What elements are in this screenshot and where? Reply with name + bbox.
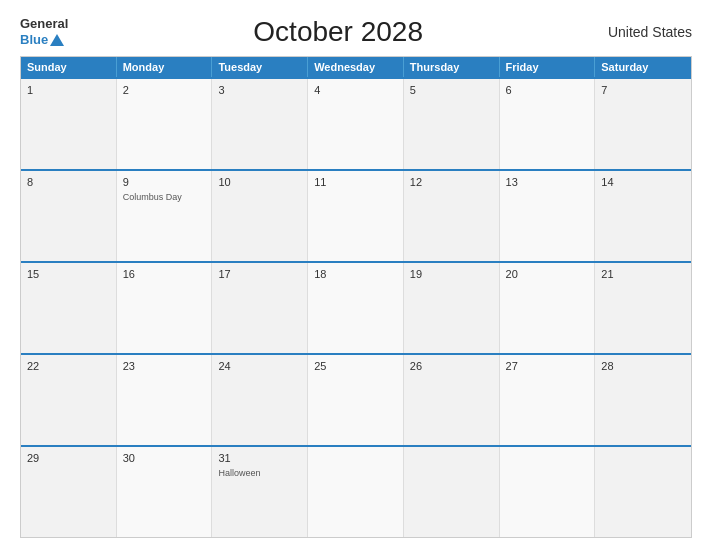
- cal-cell: [500, 447, 596, 537]
- logo-general-text: General: [20, 16, 68, 32]
- cal-cell: 17: [212, 263, 308, 353]
- day-number: 7: [601, 83, 685, 98]
- event-label: Columbus Day: [123, 192, 206, 204]
- cal-cell: 14: [595, 171, 691, 261]
- cal-cell: 26: [404, 355, 500, 445]
- day-number: 1: [27, 83, 110, 98]
- day-number: 9: [123, 175, 206, 190]
- day-header-tuesday: Tuesday: [212, 57, 308, 77]
- week-row-1: 1234567: [21, 77, 691, 169]
- cal-cell: 27: [500, 355, 596, 445]
- day-header-friday: Friday: [500, 57, 596, 77]
- day-number: 8: [27, 175, 110, 190]
- day-number: 24: [218, 359, 301, 374]
- day-number: 30: [123, 451, 206, 466]
- week-row-2: 89Columbus Day1011121314: [21, 169, 691, 261]
- day-number: 21: [601, 267, 685, 282]
- week-row-4: 22232425262728: [21, 353, 691, 445]
- day-number: 5: [410, 83, 493, 98]
- cal-cell: 19: [404, 263, 500, 353]
- day-number: 23: [123, 359, 206, 374]
- calendar: SundayMondayTuesdayWednesdayThursdayFrid…: [20, 56, 692, 538]
- day-number: 17: [218, 267, 301, 282]
- country-label: United States: [608, 24, 692, 40]
- day-number: 15: [27, 267, 110, 282]
- day-number: 26: [410, 359, 493, 374]
- day-number: 2: [123, 83, 206, 98]
- day-number: 31: [218, 451, 301, 466]
- calendar-page: General Blue October 2028 United States …: [0, 0, 712, 550]
- header: General Blue October 2028 United States: [20, 16, 692, 48]
- cal-cell: 24: [212, 355, 308, 445]
- cal-cell: 4: [308, 79, 404, 169]
- week-row-3: 15161718192021: [21, 261, 691, 353]
- day-number: 16: [123, 267, 206, 282]
- day-number: 12: [410, 175, 493, 190]
- day-number: 19: [410, 267, 493, 282]
- calendar-header: SundayMondayTuesdayWednesdayThursdayFrid…: [21, 57, 691, 77]
- day-number: 18: [314, 267, 397, 282]
- cal-cell: 31Halloween: [212, 447, 308, 537]
- cal-cell: [404, 447, 500, 537]
- day-header-sunday: Sunday: [21, 57, 117, 77]
- logo-blue-text: Blue: [20, 32, 64, 48]
- cal-cell: 23: [117, 355, 213, 445]
- day-header-wednesday: Wednesday: [308, 57, 404, 77]
- day-header-saturday: Saturday: [595, 57, 691, 77]
- cal-cell: 13: [500, 171, 596, 261]
- cal-cell: 1: [21, 79, 117, 169]
- week-row-5: 293031Halloween: [21, 445, 691, 537]
- day-number: 13: [506, 175, 589, 190]
- cal-cell: [595, 447, 691, 537]
- cal-cell: 12: [404, 171, 500, 261]
- cal-cell: 22: [21, 355, 117, 445]
- cal-cell: 6: [500, 79, 596, 169]
- day-number: 14: [601, 175, 685, 190]
- cal-cell: 9Columbus Day: [117, 171, 213, 261]
- day-number: 6: [506, 83, 589, 98]
- event-label: Halloween: [218, 468, 301, 480]
- cal-cell: 15: [21, 263, 117, 353]
- day-number: 29: [27, 451, 110, 466]
- cal-cell: 18: [308, 263, 404, 353]
- cal-cell: 5: [404, 79, 500, 169]
- cal-cell: 11: [308, 171, 404, 261]
- cal-cell: 20: [500, 263, 596, 353]
- cal-cell: 7: [595, 79, 691, 169]
- cal-cell: 28: [595, 355, 691, 445]
- day-number: 11: [314, 175, 397, 190]
- day-number: 22: [27, 359, 110, 374]
- logo-triangle-icon: [50, 34, 64, 46]
- calendar-body: 123456789Columbus Day1011121314151617181…: [21, 77, 691, 537]
- cal-cell: 10: [212, 171, 308, 261]
- cal-cell: 21: [595, 263, 691, 353]
- cal-cell: [308, 447, 404, 537]
- day-number: 10: [218, 175, 301, 190]
- day-number: 25: [314, 359, 397, 374]
- logo: General Blue: [20, 16, 68, 47]
- cal-cell: 2: [117, 79, 213, 169]
- day-number: 27: [506, 359, 589, 374]
- day-header-monday: Monday: [117, 57, 213, 77]
- day-header-thursday: Thursday: [404, 57, 500, 77]
- page-title: October 2028: [68, 16, 608, 48]
- day-number: 28: [601, 359, 685, 374]
- day-number: 3: [218, 83, 301, 98]
- cal-cell: 25: [308, 355, 404, 445]
- cal-cell: 8: [21, 171, 117, 261]
- cal-cell: 3: [212, 79, 308, 169]
- cal-cell: 16: [117, 263, 213, 353]
- cal-cell: 29: [21, 447, 117, 537]
- day-number: 4: [314, 83, 397, 98]
- day-number: 20: [506, 267, 589, 282]
- cal-cell: 30: [117, 447, 213, 537]
